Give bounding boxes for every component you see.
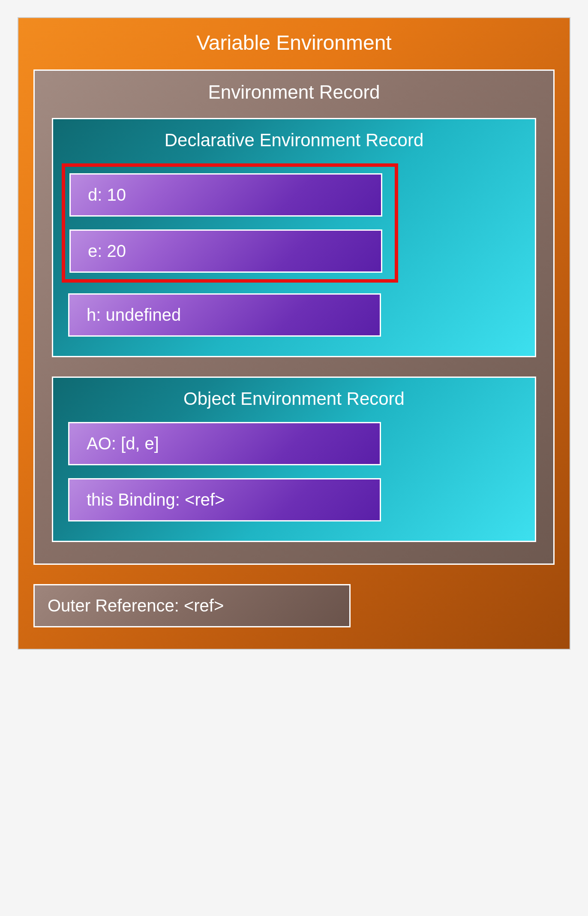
binding-h: h: undefined [68, 293, 381, 337]
variable-environment-title: Variable Environment [33, 31, 555, 54]
binding-ao: AO: [d, e] [68, 422, 381, 465]
outer-reference-box: Outer Reference: <ref> [33, 584, 351, 627]
declarative-environment-record-box: Declarative Environment Record d: 10 e: … [52, 118, 536, 357]
highlighted-bindings-box: d: 10 e: 20 [62, 163, 398, 283]
binding-d: d: 10 [69, 173, 382, 217]
declarative-environment-record-title: Declarative Environment Record [68, 130, 520, 151]
binding-this: this Binding: <ref> [68, 478, 381, 521]
variable-environment-box: Variable Environment Environment Record … [18, 17, 570, 650]
object-environment-record-title: Object Environment Record [68, 389, 520, 409]
environment-record-box: Environment Record Declarative Environme… [33, 69, 555, 565]
object-environment-record-box: Object Environment Record AO: [d, e] thi… [52, 377, 536, 542]
binding-e: e: 20 [69, 229, 382, 273]
environment-record-title: Environment Record [52, 81, 536, 103]
